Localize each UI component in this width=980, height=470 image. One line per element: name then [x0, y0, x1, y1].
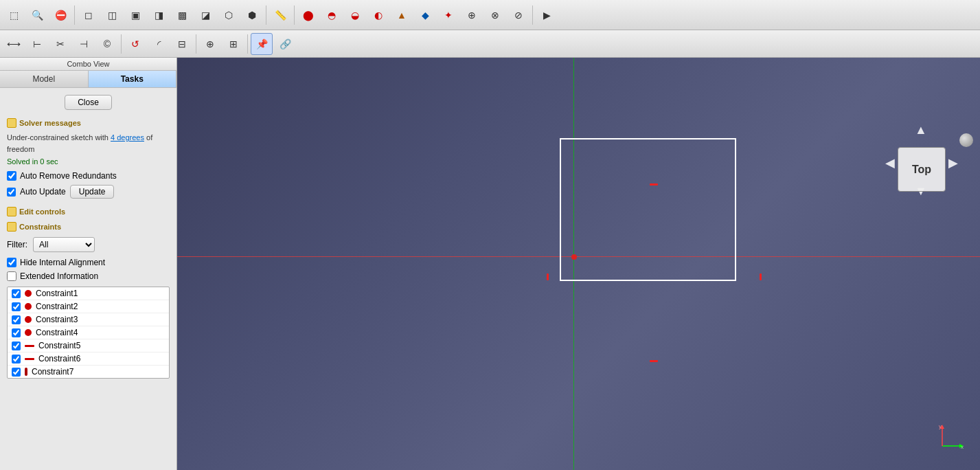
- sep7: [247, 34, 248, 54]
- auto-update-checkbox[interactable]: [7, 188, 16, 197]
- view-box-btn[interactable]: ◻: [78, 4, 100, 26]
- list-item: Constraint3: [8, 313, 169, 326]
- red-arc-btn[interactable]: ◓: [321, 4, 343, 26]
- solver-solved: Solved in 0 sec: [7, 157, 170, 166]
- solver-message: Under-constrained sketch with 4 degrees …: [7, 132, 170, 155]
- filter-label: Filter:: [7, 240, 27, 249]
- svg-text:x: x: [961, 444, 964, 449]
- combo-view-title: Combo View: [0, 58, 176, 71]
- tool-f-btn[interactable]: ⊘: [508, 4, 529, 26]
- nav-arrow-left[interactable]: ◀: [885, 155, 895, 170]
- red-circle-btn[interactable]: ⬤: [297, 4, 319, 26]
- mirror-btn[interactable]: ⊣: [73, 33, 95, 55]
- constraint4-checkbox[interactable]: [12, 328, 21, 337]
- attach-btn[interactable]: 🔗: [274, 33, 296, 55]
- tool-c-btn[interactable]: ✦: [437, 4, 459, 26]
- constraint1-dot: [25, 290, 32, 297]
- auto-remove-row: Auto Remove Redundants: [7, 171, 170, 181]
- origin-point: [571, 254, 577, 260]
- home-sphere[interactable]: [959, 133, 973, 147]
- view-top-btn[interactable]: ▣: [124, 4, 146, 26]
- view-left-btn[interactable]: ▩: [171, 4, 193, 26]
- tab-tasks[interactable]: Tasks: [89, 71, 177, 87]
- update-button[interactable]: Update: [70, 185, 115, 199]
- convert-btn[interactable]: ↺: [124, 33, 146, 55]
- measure-btn[interactable]: 📏: [269, 4, 291, 26]
- nav-cube[interactable]: ▲ ◀ ▶ ▼ Top: [884, 120, 959, 202]
- constraint1-label: Constraint1: [36, 289, 78, 298]
- view-front-btn[interactable]: ◫: [101, 4, 123, 26]
- viewport[interactable]: ▲ ◀ ▶ ▼ Top x y: [177, 58, 980, 470]
- constraint7-label: Constraint7: [32, 367, 73, 377]
- constraints-icon: [7, 222, 16, 232]
- stop-tool-btn[interactable]: ⛔: [49, 4, 71, 26]
- view-bottom-btn[interactable]: ⬡: [218, 4, 240, 26]
- sep3: [294, 5, 295, 25]
- sketch-map-btn[interactable]: 📌: [251, 33, 273, 55]
- red-arc2-btn[interactable]: ◒: [344, 4, 366, 26]
- clone-btn[interactable]: ⊕: [199, 33, 221, 55]
- constraint2-checkbox[interactable]: [12, 302, 21, 311]
- constraint6-dash: [25, 358, 34, 360]
- tool-d-btn[interactable]: ⊕: [461, 4, 483, 26]
- view-iso-btn[interactable]: ⬢: [241, 4, 263, 26]
- carbon-copy-btn[interactable]: ©: [96, 33, 118, 55]
- constraint5-label: Constraint5: [38, 341, 80, 350]
- nav-arrow-up[interactable]: ▲: [915, 123, 927, 137]
- filter-row: Filter: All: [7, 237, 170, 252]
- sep1: [74, 5, 75, 25]
- constraint1-checkbox[interactable]: [12, 289, 21, 298]
- constraint3-checkbox[interactable]: [12, 315, 21, 324]
- nav-cube-face[interactable]: Top: [898, 147, 946, 192]
- list-item: Constraint4: [8, 326, 169, 339]
- axis-indicator: x y: [939, 422, 966, 449]
- zoom-tool-btn[interactable]: 🔍: [26, 4, 48, 26]
- sep4: [532, 5, 533, 25]
- constraint3-label: Constraint3: [36, 315, 78, 324]
- hide-internal-row: Hide Internal Alignment: [7, 258, 170, 267]
- constraint6-checkbox[interactable]: [12, 355, 21, 363]
- constraint5-dash: [25, 345, 34, 347]
- fillet-btn[interactable]: ◜: [148, 33, 170, 55]
- extended-info-row: Extended Information: [7, 271, 170, 281]
- main-area: Combo View Model Tasks Close Solver mess…: [0, 58, 980, 470]
- trim-btn[interactable]: ✂: [49, 33, 71, 55]
- sidebar-content: Close Solver messages Under-constrained …: [0, 88, 176, 470]
- constraint-marker-left1: [547, 273, 549, 280]
- constraint-h-btn[interactable]: ⊢: [26, 33, 48, 55]
- extend-btn[interactable]: ⊟: [171, 33, 193, 55]
- select-tool-btn[interactable]: ⬚: [3, 4, 25, 26]
- filter-select[interactable]: All: [33, 237, 95, 252]
- constraint4-dot: [25, 329, 32, 336]
- constraint2-dot: [25, 303, 32, 310]
- sketch-tool-btn[interactable]: ⟷: [3, 33, 25, 55]
- close-button[interactable]: Close: [65, 95, 112, 110]
- tab-model[interactable]: Model: [0, 71, 89, 87]
- view-right-btn[interactable]: ◨: [148, 4, 170, 26]
- extended-info-checkbox[interactable]: [7, 271, 16, 281]
- tool-e-btn[interactable]: ⊗: [484, 4, 506, 26]
- view-back-btn[interactable]: ◪: [194, 4, 216, 26]
- solver-section-header: Solver messages: [7, 118, 170, 128]
- constraint7-checkbox[interactable]: [12, 368, 21, 377]
- hide-internal-checkbox[interactable]: [7, 258, 16, 267]
- constraint-marker-top1: [650, 183, 658, 186]
- more-btn[interactable]: ▶: [536, 4, 558, 26]
- nav-cube-label: Top: [912, 164, 931, 176]
- red-circle2-btn[interactable]: ◐: [367, 4, 389, 26]
- tool-b-btn[interactable]: ◆: [414, 4, 436, 26]
- constraint2-label: Constraint2: [36, 302, 78, 311]
- tab-bar: Model Tasks: [0, 71, 176, 88]
- nav-arrow-right[interactable]: ▶: [948, 155, 958, 170]
- tool-a-btn[interactable]: ▲: [391, 4, 413, 26]
- auto-remove-checkbox[interactable]: [7, 171, 16, 181]
- solver-section-label: Solver messages: [19, 119, 81, 127]
- constraints-header: Constraints: [7, 222, 170, 232]
- toolbar-2: ⟷ ⊢ ✂ ⊣ © ↺ ◜ ⊟ ⊕ ⊞ 📌 🔗: [0, 30, 980, 58]
- degrees-link[interactable]: 4 degrees: [111, 133, 144, 142]
- list-item: Constraint6: [8, 352, 169, 366]
- list-item: Constraint1: [8, 287, 169, 300]
- constraint5-checkbox[interactable]: [12, 342, 21, 350]
- sep6: [196, 34, 196, 54]
- array-btn[interactable]: ⊞: [223, 33, 244, 55]
